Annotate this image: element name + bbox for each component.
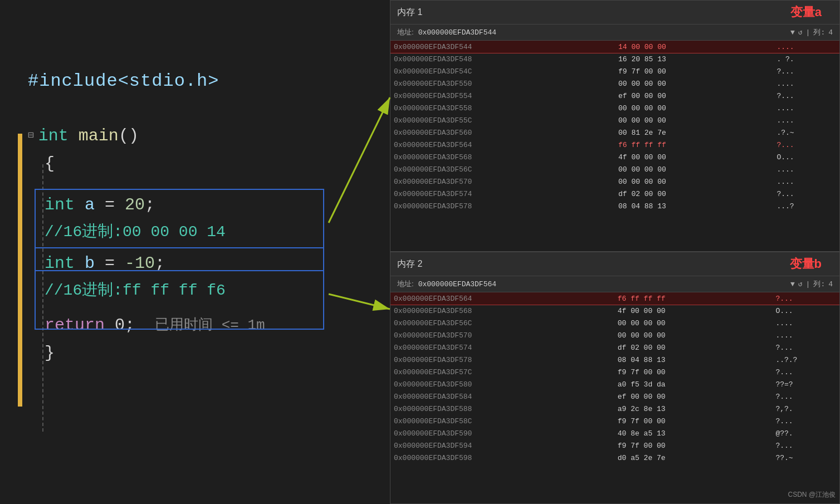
comment-b: //16进制:ff ff ff f6 — [45, 280, 226, 301]
memory1-cell-bytes: 14 00 00 00 — [615, 41, 773, 53]
memory1-cell-addr: 0x000000EFDA3DF550 — [390, 77, 615, 90]
memory2-label: 变量b — [790, 256, 822, 272]
memory2-addr-value: 0x000000EFDA3DF564 — [418, 280, 496, 288]
memory1-cell-addr: 0x000000EFDA3DF578 — [390, 200, 615, 212]
memory1-cell-bytes: 00 00 00 00 — [615, 175, 773, 188]
var-a-section: int a = 20 ; //16进制:00 00 00 14 — [0, 189, 390, 247]
memory2-cell-addr: 0x000000EFDA3DF570 — [390, 329, 614, 341]
memory1-cell-chars: ?... — [773, 139, 839, 151]
var-b-assign: = — [95, 252, 125, 275]
int-a-keyword: int — [45, 193, 75, 217]
memory2-row: 0x000000EFDA3DF58Cf9 7f 00 00?... — [390, 415, 839, 427]
memory1-title: 内存 1 — [397, 7, 422, 18]
memory2-cell-addr: 0x000000EFDA3DF578 — [390, 354, 614, 366]
memory1-cell-addr: 0x000000EFDA3DF558 — [390, 102, 615, 114]
int-keyword: int — [38, 124, 69, 148]
memory1-refresh-icon[interactable]: ↺ — [798, 28, 803, 37]
memory2-cell-bytes: 4f 00 00 00 — [614, 305, 773, 317]
memory1-row: 0x000000EFDA3DF574df 02 00 00?... — [390, 188, 839, 200]
memory2-cell-chars: O... — [772, 305, 839, 317]
var-b-value: -10 — [125, 252, 155, 275]
memory1-cell-chars: O... — [773, 151, 839, 163]
memory1-separator: | — [806, 28, 810, 37]
memory1-cell-addr: 0x000000EFDA3DF568 — [390, 151, 615, 163]
memory2-cell-bytes: f9 7f 00 00 — [614, 366, 773, 378]
memory2-cell-chars: ?... — [772, 341, 839, 354]
csdn-watermark: CSDN @江池俊 — [788, 490, 836, 500]
memory2-row: 0x000000EFDA3DF5684f 00 00 00O... — [390, 305, 839, 317]
memory1-cell-addr: 0x000000EFDA3DF554 — [390, 90, 615, 102]
memory2-cell-bytes: f6 ff ff ff — [614, 292, 773, 305]
memory1-cell-bytes: ef 00 00 00 — [615, 90, 773, 102]
memory1-dropdown-icon[interactable]: ▼ — [790, 28, 795, 37]
memory2-cell-chars: ..?.? — [772, 354, 839, 366]
memory2-col-label: 列: — [813, 279, 825, 289]
return-comment: 已用时间 <= 1m — [155, 315, 265, 335]
memory1-cell-chars: ?... — [773, 65, 839, 77]
memory1-addr-label: 地址: — [397, 27, 414, 37]
memory1-row: 0x000000EFDA3DF54414 00 00 00.... — [390, 41, 839, 53]
dashed-line — [42, 164, 43, 432]
memory1-cell-chars: .... — [773, 163, 839, 175]
var-b-name: b — [75, 252, 95, 275]
memory2-cell-bytes: df 02 00 00 — [614, 341, 773, 354]
include-text: #include<stdio.h> — [28, 69, 219, 94]
memory2-cell-addr: 0x000000EFDA3DF58C — [390, 415, 614, 427]
int-b-keyword: int — [45, 252, 75, 275]
comment-a: //16进制:00 00 00 14 — [45, 221, 226, 243]
memory1-cell-chars: ?... — [773, 188, 839, 200]
memory-panel-2: 内存 2 变量b 地址: 0x000000EFDA3DF564 ▼ ↺ | 列:… — [390, 252, 840, 504]
memory1-cell-addr: 0x000000EFDA3DF544 — [390, 41, 615, 53]
memory2-cell-chars: .... — [772, 317, 839, 329]
memory2-cell-addr: 0x000000EFDA3DF584 — [390, 390, 614, 403]
memory2-dropdown-icon[interactable]: ▼ — [790, 280, 795, 288]
memory2-cell-bytes: f9 7f 00 00 — [614, 415, 773, 427]
main-func-line: ⊟ int main () — [0, 122, 390, 150]
memory1-cell-bytes: df 02 00 00 — [615, 188, 773, 200]
memory1-cell-chars: .... — [773, 41, 839, 53]
memory2-refresh-icon[interactable]: ↺ — [798, 280, 803, 288]
memory1-row: 0x000000EFDA3DF57808 04 88 13...? — [390, 200, 839, 212]
memory1-cell-bytes: 00 00 00 00 — [615, 163, 773, 175]
memory2-cell-chars: ??.~ — [772, 452, 839, 464]
memory2-cell-bytes: 40 8e a5 13 — [614, 427, 773, 439]
memory1-cell-chars: ?... — [773, 90, 839, 102]
memory2-row: 0x000000EFDA3DF57Cf9 7f 00 00?... — [390, 366, 839, 378]
memory2-addr-label: 地址: — [397, 279, 414, 289]
include-line: #include<stdio.h> — [0, 67, 390, 96]
memory1-row: 0x000000EFDA3DF564f6 ff ff ff?... — [390, 139, 839, 151]
memory2-row: 0x000000EFDA3DF594f9 7f 00 00?... — [390, 439, 839, 452]
var-a-assign: = — [95, 193, 125, 217]
memory2-cell-bytes: ef 00 00 00 — [614, 390, 773, 403]
var-a-value: 20 — [125, 193, 145, 217]
var-a-name: a — [75, 193, 95, 217]
memory2-row: 0x000000EFDA3DF598d0 a5 2e 7e??.~ — [390, 452, 839, 464]
memory1-row: 0x000000EFDA3DF55C00 00 00 00.... — [390, 114, 839, 126]
brace-close-line: } — [0, 339, 390, 367]
memory1-cell-chars: ...? — [773, 200, 839, 212]
memory1-cell-addr: 0x000000EFDA3DF56C — [390, 163, 615, 175]
memory2-cell-chars: ??=? — [772, 378, 839, 390]
memory2-cell-bytes: 00 00 00 00 — [614, 317, 773, 329]
memory2-cell-addr: 0x000000EFDA3DF588 — [390, 403, 614, 415]
memory1-row: 0x000000EFDA3DF56C00 00 00 00.... — [390, 163, 839, 175]
brace-open-line: { — [0, 150, 390, 178]
memory2-cell-chars: ?... — [772, 292, 839, 305]
memory1-cell-bytes: 00 00 00 00 — [615, 77, 773, 90]
memory2-cell-bytes: a9 2c 8e 13 — [614, 403, 773, 415]
memory2-row: 0x000000EFDA3DF580a0 f5 3d da??=? — [390, 378, 839, 390]
memory2-cell-addr: 0x000000EFDA3DF564 — [390, 292, 614, 305]
memory2-col-value: 4 — [828, 280, 833, 288]
return-line: return 0; 已用时间 <= 1m — [0, 311, 390, 339]
memory1-cell-bytes: 00 81 2e 7e — [615, 126, 773, 139]
memory2-cell-chars: .... — [772, 329, 839, 341]
memory1-cell-addr: 0x000000EFDA3DF560 — [390, 126, 615, 139]
memory1-cell-addr: 0x000000EFDA3DF570 — [390, 175, 615, 188]
brace-open: { — [45, 152, 55, 175]
memory2-cell-addr: 0x000000EFDA3DF574 — [390, 341, 614, 354]
return-keyword: return — [45, 314, 105, 337]
comment-b-line: //16进制:ff ff ff f6 — [0, 277, 390, 306]
memory1-cell-addr: 0x000000EFDA3DF564 — [390, 139, 615, 151]
memory2-cell-addr: 0x000000EFDA3DF580 — [390, 378, 614, 390]
memory2-row: 0x000000EFDA3DF564f6 ff ff ff?... — [390, 292, 839, 305]
